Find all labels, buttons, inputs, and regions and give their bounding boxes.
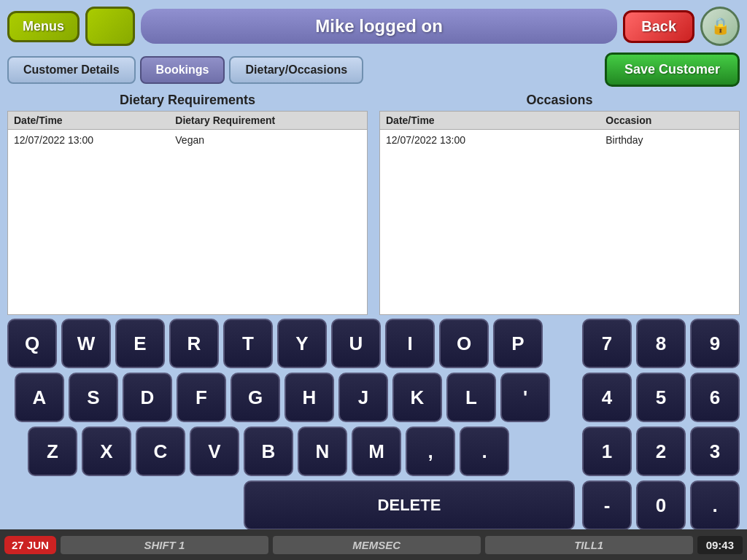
- key-s[interactable]: S: [69, 373, 118, 422]
- dietary-col-requirement: Dietary Requirement: [169, 112, 367, 130]
- spacer-left4: [190, 481, 239, 530]
- back-button[interactable]: Back: [623, 10, 694, 43]
- spacer-left2: [82, 481, 131, 530]
- occasions-title: Occasions: [379, 93, 740, 108]
- dietary-table-header: Date/Time Dietary Requirement: [8, 112, 368, 130]
- table-row: 12/07/2022 13:00 Birthday: [380, 130, 740, 315]
- key-i[interactable]: I: [385, 319, 435, 368]
- dietary-row-value: Vegan: [169, 130, 367, 315]
- key-z[interactable]: Z: [28, 427, 77, 476]
- dietary-col-datetime: Date/Time: [8, 112, 170, 130]
- key-8[interactable]: 8: [636, 319, 686, 368]
- dietary-section: Dietary Requirements Date/Time Dietary R…: [7, 93, 368, 311]
- header-title: Mike logged on: [141, 9, 617, 44]
- key-d[interactable]: D: [123, 373, 172, 422]
- key-period[interactable]: .: [460, 427, 509, 476]
- key-p[interactable]: P: [493, 319, 543, 368]
- key-m[interactable]: M: [352, 427, 401, 476]
- content-area: Dietary Requirements Date/Time Dietary R…: [0, 93, 747, 311]
- key-9[interactable]: 9: [690, 319, 740, 368]
- key-a[interactable]: A: [15, 373, 64, 422]
- key-comma[interactable]: ,: [406, 427, 455, 476]
- key-7[interactable]: 7: [582, 319, 632, 368]
- lock-button[interactable]: 🔒: [700, 7, 740, 46]
- key-t[interactable]: T: [223, 319, 273, 368]
- menus-button[interactable]: Menus: [7, 11, 80, 42]
- key-c[interactable]: C: [136, 427, 185, 476]
- status-bar: 27 JUN SHIFT 1 MEMSEC TILL1 09:43: [0, 529, 747, 560]
- key-f[interactable]: F: [177, 373, 226, 422]
- dietary-title: Dietary Requirements: [7, 93, 368, 108]
- key-x[interactable]: X: [82, 427, 131, 476]
- status-date: 27 JUN: [4, 536, 56, 554]
- key-j[interactable]: J: [338, 373, 388, 422]
- key-row-3: Z X C V B N M , .: [7, 427, 575, 476]
- key-q[interactable]: Q: [7, 319, 57, 368]
- header: Menus Mike logged on Back 🔒: [0, 0, 747, 52]
- key-2[interactable]: 2: [636, 427, 686, 476]
- key-1[interactable]: 1: [582, 427, 632, 476]
- occasions-section: Occasions Date/Time Occasion 12/07/2022 …: [379, 93, 740, 311]
- key-h[interactable]: H: [285, 373, 334, 422]
- status-till: TILL1: [485, 536, 693, 554]
- key-w[interactable]: W: [61, 319, 111, 368]
- extra-button[interactable]: [85, 7, 135, 46]
- dietary-row-datetime: 12/07/2022 13:00: [8, 130, 170, 315]
- save-customer-button[interactable]: Save Customer: [605, 52, 740, 87]
- key-6[interactable]: 6: [690, 373, 740, 422]
- spacer-left3: [136, 481, 185, 530]
- occasions-row-value: Birthday: [600, 130, 739, 315]
- key-row-4: DELETE: [7, 481, 575, 530]
- key-e[interactable]: E: [115, 319, 165, 368]
- key-3[interactable]: 3: [690, 427, 740, 476]
- key-g[interactable]: G: [231, 373, 280, 422]
- occasions-table-header: Date/Time Occasion: [380, 112, 740, 130]
- key-5[interactable]: 5: [636, 373, 686, 422]
- tab-bar: Customer Details Bookings Dietary/Occasi…: [0, 52, 747, 93]
- numpad: 7 8 9 4 5 6 1 2 3 - 0 .: [582, 319, 740, 530]
- key-minus[interactable]: -: [582, 481, 632, 530]
- key-r[interactable]: R: [169, 319, 219, 368]
- qwerty-keyboard: Q W E R T Y U I O P A S D F G H J K L ' …: [7, 319, 575, 534]
- occasions-row-datetime: 12/07/2022 13:00: [380, 130, 600, 315]
- delete-key[interactable]: DELETE: [244, 481, 575, 530]
- key-0[interactable]: 0: [636, 481, 686, 530]
- key-n[interactable]: N: [298, 427, 347, 476]
- occasions-col-occasion: Occasion: [600, 112, 739, 130]
- tab-customer-details[interactable]: Customer Details: [7, 56, 136, 84]
- key-row-2: A S D F G H J K L ': [7, 373, 575, 422]
- tab-bookings[interactable]: Bookings: [140, 56, 225, 84]
- occasions-table: Date/Time Occasion 12/07/2022 13:00 Birt…: [379, 111, 740, 315]
- key-y[interactable]: Y: [277, 319, 327, 368]
- tab-dietary-occasions[interactable]: Dietary/Occasions: [229, 56, 363, 84]
- status-system: MEMSEC: [273, 536, 481, 554]
- key-apostrophe[interactable]: ': [500, 373, 550, 422]
- key-k[interactable]: K: [392, 373, 442, 422]
- dietary-table: Date/Time Dietary Requirement 12/07/2022…: [7, 111, 368, 315]
- keyboard-area: Q W E R T Y U I O P A S D F G H J K L ' …: [0, 311, 747, 534]
- key-u[interactable]: U: [331, 319, 381, 368]
- status-time: 09:43: [697, 536, 743, 554]
- table-row: 12/07/2022 13:00 Vegan: [8, 130, 368, 315]
- key-o[interactable]: O: [439, 319, 489, 368]
- key-decimal[interactable]: .: [690, 481, 740, 530]
- key-4[interactable]: 4: [582, 373, 632, 422]
- key-v[interactable]: V: [190, 427, 239, 476]
- spacer-left: [28, 481, 77, 530]
- occasions-col-datetime: Date/Time: [380, 112, 600, 130]
- key-l[interactable]: L: [446, 373, 496, 422]
- key-b[interactable]: B: [244, 427, 293, 476]
- lock-icon: 🔒: [711, 17, 730, 36]
- status-shift: SHIFT 1: [61, 536, 268, 554]
- key-row-1: Q W E R T Y U I O P: [7, 319, 575, 368]
